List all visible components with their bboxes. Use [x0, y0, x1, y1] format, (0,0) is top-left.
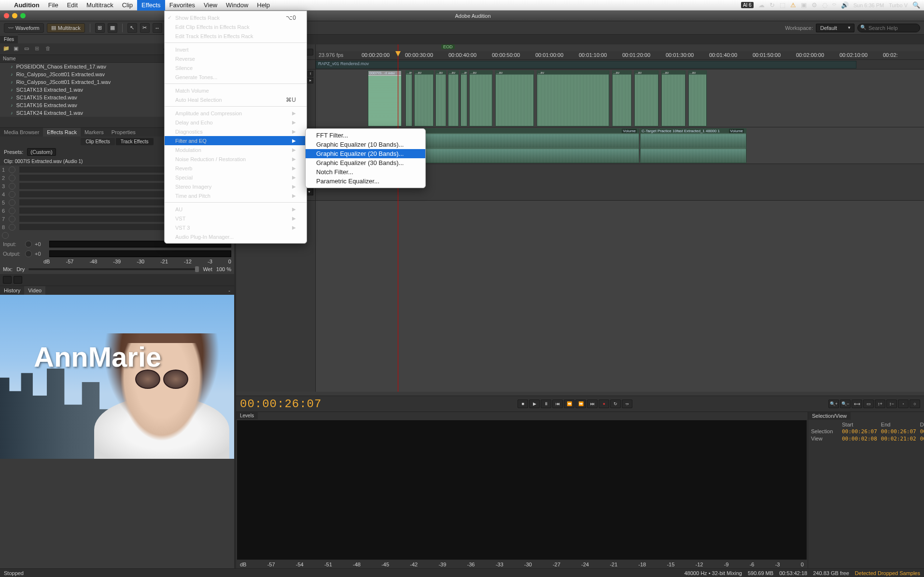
zoom-out-v-button[interactable]: ↕−	[886, 399, 897, 408]
menu-item[interactable]: Audio Plug-In Manager...	[165, 232, 307, 241]
slot-power[interactable]	[9, 191, 15, 198]
time-ruler[interactable]: 23.976 fps 00:00:20:00 00:00:30:00 00:00…	[316, 51, 924, 60]
menu-item[interactable]: Modulation▶	[165, 145, 307, 154]
view-start[interactable]: 00:00:02:08	[842, 436, 877, 442]
zoom-sel-button[interactable]: ▭	[863, 399, 874, 408]
rack-power[interactable]	[2, 232, 9, 239]
tool-hud-button[interactable]: ⊞	[95, 23, 105, 33]
menu-item[interactable]: Edit Track Effects in Effects Rack	[165, 31, 307, 41]
sync-icon[interactable]: ↻	[770, 1, 775, 9]
user[interactable]: Turbo V	[889, 2, 908, 8]
window-minimize[interactable]	[12, 13, 17, 18]
zoom-out-button[interactable]: 🔍−	[840, 399, 851, 408]
mix-slider[interactable]	[28, 268, 199, 270]
marker-row[interactable]: EOD	[316, 44, 924, 51]
multitrack-mode-button[interactable]: ▤Multitrack	[47, 23, 85, 33]
tool-slip-button[interactable]: ↔	[153, 23, 162, 33]
presets-select[interactable]: (Custom)	[27, 148, 56, 156]
files-cc-icon[interactable]: ⊞	[35, 45, 42, 53]
menu-file[interactable]: File	[44, 0, 63, 11]
audio-clip[interactable]: C-Target Practice 10fast Extracted_1 480…	[640, 128, 746, 163]
submenu-item[interactable]: FFT Filter...	[306, 131, 425, 140]
menu-item[interactable]: AU▶	[165, 205, 307, 214]
menu-item[interactable]: Diagnostics▶	[165, 127, 307, 136]
files-new-icon[interactable]: ▭	[24, 45, 32, 53]
video-track-lane[interactable]: RAPZ_v01 Rendered.mov	[316, 60, 924, 69]
slot-power[interactable]	[9, 166, 15, 173]
go-start-button[interactable]: ⏮	[552, 399, 563, 408]
tab-markers[interactable]: Markers	[81, 128, 108, 137]
slot-power[interactable]	[9, 207, 15, 214]
display-icon[interactable]: ▣	[801, 1, 807, 9]
go-end-button[interactable]: ⏭	[587, 399, 598, 408]
stop-button[interactable]: ■	[518, 399, 528, 408]
menu-window[interactable]: Window	[222, 0, 252, 11]
slot-power[interactable]	[9, 224, 15, 231]
menu-multitrack[interactable]: Multitrack	[82, 0, 118, 11]
fx-toggle-icon[interactable]	[3, 276, 12, 284]
warning-icon[interactable]: ⚠	[790, 1, 796, 9]
files-trash-icon[interactable]: 🗑	[45, 45, 53, 53]
output-gain-knob[interactable]	[25, 250, 32, 257]
tab-clip-effects[interactable]: Clip Effects	[81, 138, 114, 145]
pause-button[interactable]: ⏸	[541, 399, 551, 408]
menu-item[interactable]: Edit Clip Effects in Effects Rack	[165, 22, 307, 31]
tab-media-browser[interactable]: Media Browser	[0, 128, 43, 137]
menu-help[interactable]: Help	[252, 0, 274, 11]
submenu-item[interactable]: Graphic Equalizer (30 Bands)...	[306, 158, 425, 167]
menu-item[interactable]: Noise Reduction / Restoration▶	[165, 154, 307, 164]
files-tab[interactable]: Files	[0, 35, 18, 43]
files-open-icon[interactable]: 📁	[3, 45, 11, 53]
tool-move-button[interactable]: ↖	[127, 23, 137, 33]
loop-button[interactable]: ↻	[610, 399, 621, 408]
submenu-item[interactable]: Graphic Equalizer (10 Bands)...	[306, 140, 425, 149]
menu-item[interactable]: VST 3▶	[165, 223, 307, 232]
view-end[interactable]: 00:02:21:02	[881, 436, 916, 442]
view-duration[interactable]: 00:02:18:18	[920, 436, 924, 442]
window-close[interactable]	[4, 13, 9, 18]
menu-view[interactable]: View	[199, 0, 222, 11]
menu-clip[interactable]: Clip	[118, 0, 137, 11]
selection-end[interactable]: 00:00:26:07	[881, 428, 916, 435]
waveform-mode-button[interactable]: 〰Waveform	[4, 23, 44, 33]
workspace-select[interactable]: Default▼	[816, 24, 854, 32]
current-time[interactable]: 00:00:26:07	[240, 398, 322, 411]
input-button[interactable]: I	[308, 71, 313, 77]
menu-favorites[interactable]: Favorites	[165, 0, 199, 11]
zoom-in-point-button[interactable]: ◦	[898, 399, 909, 408]
tab-track-effects[interactable]: Track Effects	[116, 138, 154, 145]
menu-item[interactable]: Delay and Echo▶	[165, 118, 307, 127]
zoom-in-button[interactable]: 🔍+	[828, 399, 839, 408]
tool-razor-button[interactable]: ✂	[140, 23, 150, 33]
zoom-full-button[interactable]: ⟷	[852, 399, 862, 408]
tt-icon[interactable]	[307, 49, 313, 55]
tab-video[interactable]: Video	[24, 286, 45, 295]
menu-item[interactable]: Reverb▶	[165, 164, 307, 173]
eod-marker[interactable]: EOD	[441, 44, 455, 49]
play-button[interactable]: ▶	[529, 399, 540, 408]
menu-item[interactable]: Amplitude and Compression▶	[165, 109, 307, 118]
menu-item[interactable]: Match Volume	[165, 86, 307, 95]
menu-item[interactable]: Special▶	[165, 173, 307, 182]
menu-item[interactable]: Time and Pitch▶	[165, 191, 307, 200]
fx-menu-icon[interactable]	[14, 276, 22, 284]
audio-track-1-lane[interactable]: 0007IS...d.wav ...av ...av ...av ...av .…	[316, 69, 924, 127]
tab-effects-rack[interactable]: Effects Rack	[43, 128, 81, 137]
wifi-icon[interactable]: ⌔	[832, 1, 836, 9]
help-search[interactable]: Search Help	[857, 24, 920, 32]
playhead[interactable]	[398, 44, 398, 392]
levels-tab[interactable]: Levels	[236, 412, 258, 419]
selview-tab[interactable]: Selection/View	[808, 412, 851, 420]
send-icon[interactable]: ▸	[308, 78, 313, 83]
rewind-button[interactable]: ⏪	[564, 399, 574, 408]
slot-power[interactable]	[9, 175, 15, 181]
skip-button[interactable]: ⤼	[622, 399, 632, 408]
tab-history[interactable]: History	[0, 286, 24, 295]
zoom-in-v-button[interactable]: ↕+	[875, 399, 885, 408]
menu-item[interactable]: VST▶	[165, 214, 307, 223]
timeline[interactable]: EOD 23.976 fps 00:00:20:00 00:00:30:00 0…	[316, 44, 924, 392]
files-import-icon[interactable]: ▣	[14, 45, 21, 53]
slot-power[interactable]	[9, 216, 15, 222]
zoom-out-point-button[interactable]: ○	[910, 399, 920, 408]
dropbox-icon[interactable]: ⬚	[780, 1, 785, 9]
